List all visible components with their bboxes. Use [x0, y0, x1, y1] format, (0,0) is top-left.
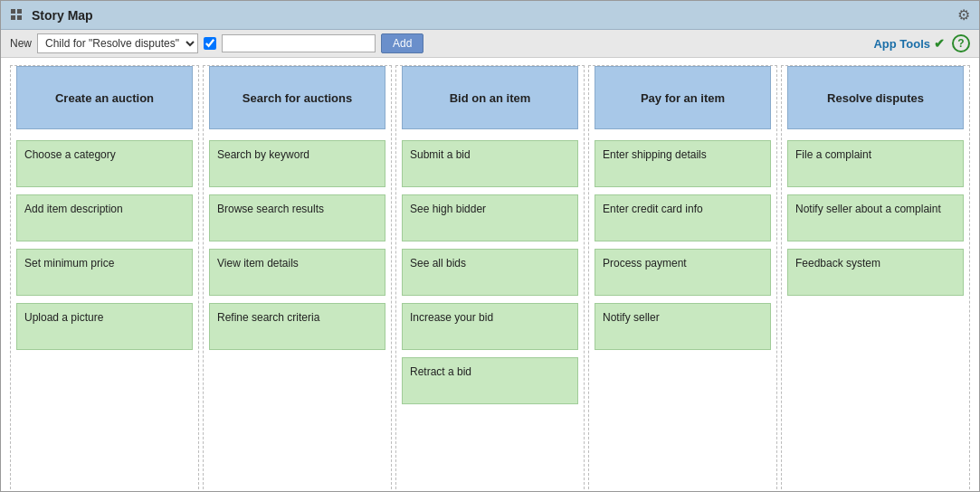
- add-button[interactable]: Add: [381, 33, 423, 53]
- column-search-auctions: Search for auctionsSearch by keywordBrow…: [203, 65, 392, 491]
- app-window: Story Map ⚙ New Child for "Resolve dispu…: [0, 0, 980, 492]
- column-header-search-auctions: Search for auctions: [209, 66, 385, 129]
- help-button[interactable]: ?: [952, 34, 970, 52]
- story-card[interactable]: Set minimum price: [16, 249, 193, 296]
- story-map-grid: Create an auctionChoose a categoryAdd it…: [1, 58, 979, 491]
- app-tools-link[interactable]: App Tools ✔: [873, 36, 945, 51]
- child-checkbox[interactable]: [204, 37, 216, 50]
- svg-rect-1: [17, 9, 22, 14]
- column-pay-for-item: Pay for an itemEnter shipping detailsEnt…: [588, 65, 777, 491]
- column-create-auction: Create an auctionChoose a categoryAdd it…: [10, 65, 199, 491]
- story-card[interactable]: Enter shipping details: [595, 140, 771, 187]
- story-card[interactable]: Refine search criteria: [209, 303, 385, 350]
- new-label: New: [10, 37, 32, 50]
- app-tools-label: App Tools: [873, 37, 930, 51]
- story-card[interactable]: Submit a bid: [402, 140, 578, 187]
- story-card[interactable]: Notify seller: [595, 303, 771, 350]
- checkmark-icon: ✔: [934, 36, 945, 51]
- toolbar-right: App Tools ✔ ?: [873, 34, 970, 52]
- story-card[interactable]: Choose a category: [16, 140, 193, 187]
- story-card[interactable]: View item details: [209, 249, 385, 296]
- title-bar-left: Story Map: [10, 8, 93, 23]
- story-card[interactable]: See all bids: [402, 249, 578, 296]
- svg-rect-3: [17, 15, 22, 20]
- column-header-create-auction: Create an auction: [16, 66, 193, 129]
- child-dropdown[interactable]: Child for "Resolve disputes": [37, 33, 198, 53]
- grid-icon: [10, 8, 24, 23]
- toolbar-left: New Child for "Resolve disputes" Add: [10, 33, 423, 53]
- story-card[interactable]: Feedback system: [787, 249, 964, 296]
- column-resolve-disputes: Resolve disputesFile a complaintNotify s…: [781, 65, 970, 491]
- column-header-bid-on-item: Bid on an item: [402, 66, 578, 129]
- svg-rect-2: [11, 15, 15, 20]
- story-card[interactable]: Browse search results: [209, 194, 385, 241]
- story-card[interactable]: Enter credit card info: [595, 194, 771, 241]
- svg-rect-0: [11, 9, 15, 14]
- story-card[interactable]: Retract a bid: [402, 357, 578, 404]
- new-item-input[interactable]: [222, 34, 376, 52]
- column-header-pay-for-item: Pay for an item: [595, 66, 771, 129]
- story-card[interactable]: Process payment: [595, 249, 771, 296]
- column-bid-on-item: Bid on an itemSubmit a bidSee high bidde…: [395, 65, 585, 491]
- story-card[interactable]: Notify seller about a complaint: [787, 194, 964, 241]
- story-card[interactable]: See high bidder: [402, 194, 578, 241]
- story-card[interactable]: Add item description: [16, 194, 193, 241]
- story-card[interactable]: Increase your bid: [402, 303, 578, 350]
- main-content: Create an auctionChoose a categoryAdd it…: [1, 58, 979, 491]
- title-bar-title: Story Map: [32, 8, 93, 23]
- story-card[interactable]: Search by keyword: [209, 140, 385, 187]
- gear-icon[interactable]: ⚙: [957, 6, 970, 24]
- column-header-resolve-disputes: Resolve disputes: [787, 66, 964, 129]
- story-card[interactable]: Upload a picture: [16, 303, 193, 350]
- toolbar: New Child for "Resolve disputes" Add App…: [1, 30, 979, 58]
- story-card[interactable]: File a complaint: [787, 140, 964, 187]
- title-bar: Story Map ⚙: [1, 1, 979, 30]
